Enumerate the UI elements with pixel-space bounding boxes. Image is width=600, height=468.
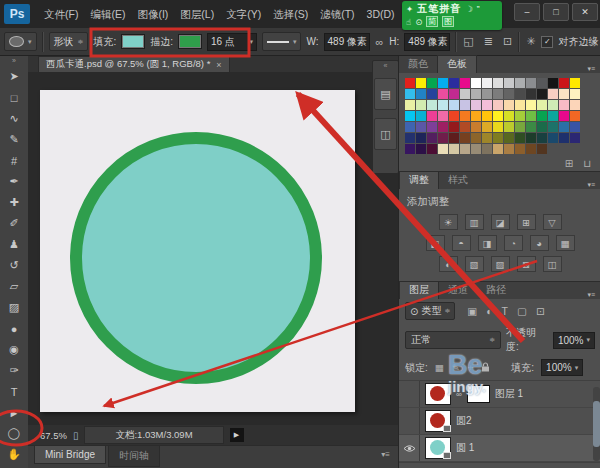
color-swatch[interactable] xyxy=(471,89,481,99)
layers-scrollbar[interactable] xyxy=(593,387,600,461)
menu-item-滤镜[interactable]: 滤镜(T) xyxy=(314,0,360,28)
color-swatch[interactable] xyxy=(427,122,437,132)
adjustments-tab-调整[interactable]: 调整 xyxy=(399,171,439,189)
shape-height-field[interactable]: 489 像素 xyxy=(404,33,450,51)
type-tool[interactable]: T xyxy=(0,381,28,402)
zoom-level[interactable]: 67.5% xyxy=(40,430,67,441)
selective-color-icon[interactable]: ⊠ xyxy=(517,256,536,272)
menu-item-图像[interactable]: 图像(I) xyxy=(131,0,174,28)
color-swatch[interactable] xyxy=(548,78,558,88)
color-swatch[interactable] xyxy=(537,100,547,110)
align-edges-checkbox[interactable]: ✓ xyxy=(541,36,553,48)
curves-icon[interactable]: ◪ xyxy=(491,214,510,230)
tool-preset-picker[interactable]: ▾ xyxy=(4,32,37,51)
layers-tab-图层[interactable]: 图层 xyxy=(399,281,439,299)
layer-row[interactable]: ∞图层 1 xyxy=(399,381,600,408)
color-swatch[interactable] xyxy=(526,111,536,121)
delete-swatch-icon[interactable]: ⊔ xyxy=(583,158,591,169)
color-swatch[interactable] xyxy=(515,133,525,143)
color-swatch[interactable] xyxy=(570,78,580,88)
gradient-tool[interactable]: ▨ xyxy=(0,297,28,318)
pen-tool[interactable]: ✑ xyxy=(0,360,28,381)
panel-menu-icon[interactable]: ▾≡ xyxy=(587,181,595,189)
history-brush-tool[interactable]: ↺ xyxy=(0,255,28,276)
color-swatch[interactable] xyxy=(504,111,514,121)
ime-mode-icon[interactable]: ✦ xyxy=(406,4,413,14)
color-swatch[interactable] xyxy=(427,89,437,99)
stroke-color-swatch[interactable] xyxy=(178,34,202,49)
stroke-style-select[interactable]: ▾ xyxy=(262,32,302,51)
color-swatch[interactable] xyxy=(526,78,536,88)
shape-width-field[interactable]: 489 像素 xyxy=(324,33,370,51)
color-swatch[interactable] xyxy=(493,100,503,110)
color-swatch[interactable] xyxy=(427,133,437,143)
color-swatch[interactable] xyxy=(559,78,569,88)
color-swatch[interactable] xyxy=(449,89,459,99)
color-swatch[interactable] xyxy=(460,100,470,110)
layer-name[interactable]: 圆2 xyxy=(456,414,472,428)
color-swatch[interactable] xyxy=(416,133,426,143)
color-swatch[interactable] xyxy=(504,133,514,143)
ime-fullwidth-icon[interactable]: ☽ xyxy=(465,4,473,14)
color-swatch[interactable] xyxy=(460,122,470,132)
color-swatch[interactable] xyxy=(570,100,580,110)
path-selection-tool[interactable]: ► xyxy=(0,402,28,423)
levels-icon[interactable]: ▥ xyxy=(465,214,484,230)
color-swatch[interactable] xyxy=(438,133,448,143)
color-swatch[interactable] xyxy=(482,144,492,154)
color-swatch[interactable] xyxy=(493,133,503,143)
color-swatch[interactable] xyxy=(482,111,492,121)
color-swatch[interactable] xyxy=(438,89,448,99)
minimize-button[interactable]: – xyxy=(514,3,540,21)
layer-thumbnail[interactable] xyxy=(425,410,451,432)
color-swatch[interactable] xyxy=(570,89,580,99)
color-swatch[interactable] xyxy=(526,100,536,110)
color-swatch[interactable] xyxy=(427,100,437,110)
exposure-icon[interactable]: ⊞ xyxy=(517,214,536,230)
link-dimensions-icon[interactable]: ∞ xyxy=(375,36,385,48)
filter-type-layers-icon[interactable]: T xyxy=(502,305,508,317)
color-swatch[interactable] xyxy=(416,100,426,110)
layer-row[interactable]: 圆 1 xyxy=(399,435,600,462)
color-swatch[interactable] xyxy=(504,122,514,132)
lock-move-icon[interactable]: + xyxy=(468,362,474,373)
panel-menu-icon[interactable]: ▾≡ xyxy=(381,450,390,459)
color-swatch[interactable] xyxy=(416,122,426,132)
color-swatch[interactable] xyxy=(504,144,514,154)
scrollbar-thumb[interactable] xyxy=(593,401,600,447)
gradient-map-icon[interactable]: ◫ xyxy=(543,256,562,272)
close-document-icon[interactable]: × xyxy=(216,60,221,70)
swatches-tab-颜色[interactable]: 颜色 xyxy=(399,56,437,73)
color-swatch[interactable] xyxy=(537,122,547,132)
bottom-tab-时间轴[interactable]: 时间轴 xyxy=(108,446,160,467)
layer-mask-thumbnail[interactable] xyxy=(467,385,490,403)
color-swatch[interactable] xyxy=(559,100,569,110)
color-swatch[interactable] xyxy=(515,144,525,154)
adjustments-tab-样式[interactable]: 样式 xyxy=(439,172,477,189)
color-swatch[interactable] xyxy=(526,144,536,154)
gear-icon[interactable]: ✳ xyxy=(525,35,536,48)
color-swatch[interactable] xyxy=(493,122,503,132)
color-swatch[interactable] xyxy=(449,144,459,154)
layer-thumbnail[interactable] xyxy=(425,437,451,459)
color-swatch[interactable] xyxy=(405,78,415,88)
posterize-icon[interactable]: ▧ xyxy=(465,256,484,272)
panel-menu-icon[interactable]: ▾≡ xyxy=(587,291,595,299)
color-swatch[interactable] xyxy=(570,133,580,143)
color-swatch[interactable] xyxy=(438,111,448,121)
color-swatch[interactable] xyxy=(427,78,437,88)
menu-item-文字[interactable]: 文字(Y) xyxy=(220,0,267,28)
color-swatch[interactable] xyxy=(515,122,525,132)
eraser-tool[interactable]: ▱ xyxy=(0,276,28,297)
color-balance-icon[interactable]: ◓ xyxy=(452,235,471,251)
visibility-toggle-empty[interactable] xyxy=(399,381,420,407)
color-swatch[interactable] xyxy=(471,122,481,132)
color-swatch[interactable] xyxy=(471,111,481,121)
ime-icon-0[interactable]: ☝ xyxy=(406,17,411,27)
color-swatch[interactable] xyxy=(504,89,514,99)
color-swatch[interactable] xyxy=(570,122,580,132)
maximize-button[interactable]: □ xyxy=(543,3,569,21)
color-swatch[interactable] xyxy=(460,144,470,154)
menu-item-编辑[interactable]: 编辑(E) xyxy=(84,0,131,28)
color-swatch[interactable] xyxy=(515,89,525,99)
